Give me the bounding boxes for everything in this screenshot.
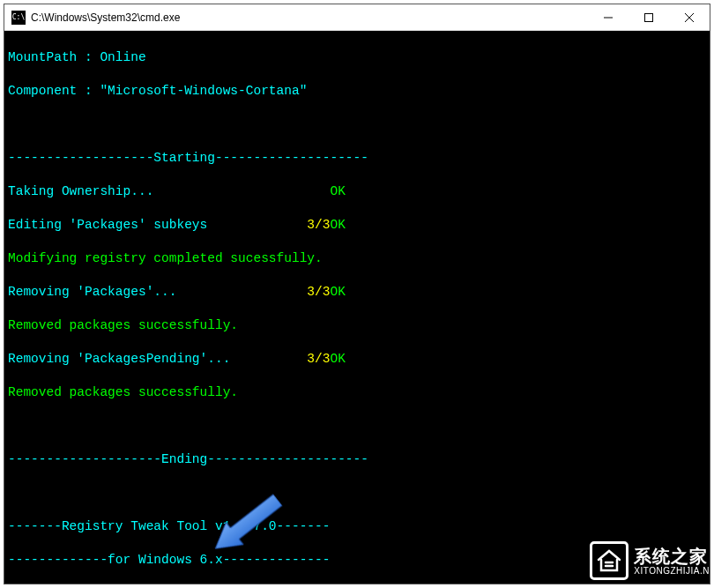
status-ok: OK: [307, 183, 346, 200]
mountpath-value: Online: [100, 50, 145, 64]
task-line: Taking Ownership...: [8, 183, 307, 200]
success-line: Removed packages successfully.: [8, 384, 706, 401]
count: 3/3: [269, 284, 331, 301]
component-label: Component :: [8, 84, 100, 98]
terminal-output[interactable]: MountPath : Online Component : "Microsof…: [4, 31, 710, 584]
success-line: Removed packages successfully.: [8, 317, 706, 334]
task-line: Editing 'Packages' subkeys: [8, 217, 269, 234]
window-title: C:\Windows\System32\cmd.exe: [31, 11, 180, 24]
titlebar[interactable]: C:\ C:\Windows\System32\cmd.exe: [4, 4, 710, 31]
status-ok: OK: [330, 352, 345, 366]
count: 3/3: [269, 217, 331, 234]
minimize-button[interactable]: [588, 4, 628, 31]
task-line: Removing 'Packages'...: [8, 284, 269, 301]
maximize-button[interactable]: [628, 4, 669, 31]
credits-line: -------------for Windows 6.x------------…: [8, 552, 706, 569]
cmd-window: C:\ C:\Windows\System32\cmd.exe MountPat…: [4, 4, 710, 584]
component-value: "Microsoft-Windows-Cortana": [100, 84, 307, 98]
task-line: Removing 'PackagesPending'...: [8, 351, 269, 368]
cmd-icon: C:\: [11, 11, 26, 25]
starting-divider: -------------------Starting-------------…: [8, 150, 706, 167]
ending-divider: --------------------Ending--------------…: [8, 451, 706, 468]
success-line: Modifying registry completed sucessfully…: [8, 250, 706, 267]
status-ok: OK: [330, 218, 345, 232]
count: 3/3: [269, 351, 331, 368]
svg-rect-1: [645, 13, 653, 21]
credits-line: -------Registry Tweak Tool v1.4.7.0-----…: [8, 518, 706, 535]
status-ok: OK: [330, 285, 345, 299]
close-button[interactable]: [669, 4, 710, 31]
mountpath-label: MountPath :: [8, 50, 100, 64]
